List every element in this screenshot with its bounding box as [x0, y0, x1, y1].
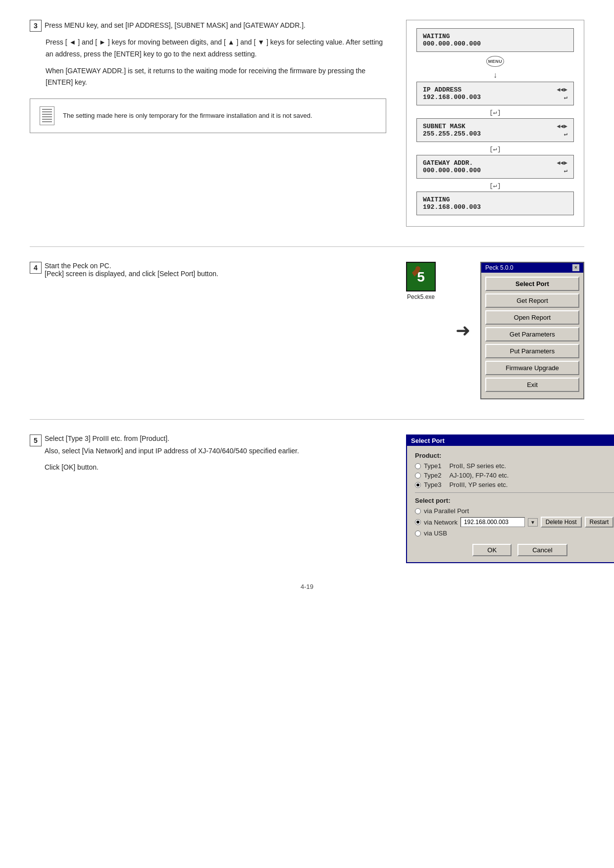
note-icon — [38, 105, 56, 127]
peck-window-body: Select Port Get Report Open Report Get P… — [481, 273, 583, 398]
ip-enter: ↵ — [564, 94, 567, 101]
product-label: Product: — [415, 452, 614, 459]
step3-para2: When [GATEWAY ADDR.] is set, it returns … — [30, 65, 386, 89]
peck-close-button[interactable]: × — [572, 264, 579, 271]
radio-type1-circle[interactable] — [415, 463, 421, 469]
step3-right: WAITING 000.000.000.000 MENU ↓ IP ADDRES… — [406, 20, 584, 227]
menu-button: MENU — [486, 56, 504, 67]
network-ip-input[interactable] — [460, 517, 525, 527]
gateway-arrows: ◄◄► — [557, 160, 567, 167]
gateway-enter: ↵ — [564, 167, 567, 174]
radio-type3-circle[interactable] — [415, 482, 421, 488]
waiting-value: 000.000.000.000 — [423, 40, 567, 48]
note-box: The setting made here is only temporary … — [30, 98, 386, 133]
radio-type2-desc: AJ-100), FP-740 etc. — [449, 472, 509, 479]
port-label: Select port: — [415, 497, 614, 504]
radio-network[interactable]: via Network ▼ Delete Host Restart — [415, 517, 614, 528]
step4-line1: Start the Peck on PC. — [45, 262, 218, 270]
ip-value-row: 192.168.000.003 ↵ — [423, 94, 567, 101]
dialog-title: Select Port — [407, 435, 614, 446]
step4-line2: [Peck] screen is displayed, and click [S… — [45, 270, 218, 278]
dropdown-arrow[interactable]: ▼ — [528, 518, 538, 527]
peck-icon: 5 — [406, 262, 436, 291]
step5-line3: Click [OK] button. — [45, 463, 299, 471]
waiting-block: WAITING 000.000.000.000 — [416, 28, 574, 52]
gateway-value: 000.000.000.000 — [423, 167, 481, 174]
radio-usb-circle[interactable] — [415, 530, 421, 536]
ok-button[interactable]: OK — [472, 544, 512, 556]
subnet-value-row: 255.255.255.003 ↵ — [423, 130, 567, 138]
section-step5: 5 Select [Type 3] ProIII etc. from [Prod… — [30, 434, 584, 563]
cancel-button[interactable]: Cancel — [517, 544, 567, 556]
step5-line1: Select [Type 3] ProIII etc. from [Produc… — [45, 434, 299, 442]
radio-type2[interactable]: Type2 AJ-100), FP-740 etc. — [415, 472, 614, 479]
step3-header: 3 Press MENU key, and set [IP ADDRESS], … — [30, 20, 386, 32]
peck-window: Peck 5.0.0 × Select Port Get Report Open… — [480, 262, 584, 399]
device-diagram: WAITING 000.000.000.000 MENU ↓ IP ADDRES… — [406, 20, 584, 227]
enter-bracket-2: [↵] — [416, 145, 574, 153]
step4-inner: 5 Peck5.exe ➜ Peck 5.0.0 × Select Port — [406, 262, 584, 399]
waiting2-value: 192.168.000.003 — [423, 203, 567, 211]
radio-network-circle[interactable] — [415, 519, 421, 525]
firmware-upgrade-button[interactable]: Firmware Upgrade — [485, 361, 579, 375]
peck-window-title: Peck 5.0.0 × — [481, 263, 583, 273]
subnet-enter: ↵ — [564, 130, 567, 138]
section-step3: 3 Press MENU key, and set [IP ADDRESS], … — [30, 20, 584, 227]
radio-type1[interactable]: Type1 ProII, SP series etc. — [415, 462, 614, 470]
step5-badge: 5 — [30, 434, 42, 446]
radio-type3-label: Type3 — [424, 481, 441, 488]
radio-network-label: via Network — [424, 519, 458, 526]
gateway-label-row: GATEWAY ADDR. ◄◄► — [423, 159, 567, 167]
waiting-label: WAITING — [423, 33, 567, 40]
step4-left: 4 Start the Peck on PC. [Peck] screen is… — [30, 262, 391, 283]
step5-left: 5 Select [Type 3] ProIII etc. from [Prod… — [30, 434, 391, 476]
radio-type2-label: Type2 — [424, 472, 441, 479]
subnet-arrows: ◄◄► — [557, 123, 567, 130]
gateway-block: GATEWAY ADDR. ◄◄► 000.000.000.000 ↵ — [416, 155, 574, 179]
ip-label-row: IP ADDRESS ◄◄► — [423, 86, 567, 94]
restart-button[interactable]: Restart — [585, 517, 614, 528]
waiting2-block: WAITING 192.168.000.003 — [416, 192, 574, 215]
radio-type3[interactable]: Type3 ProIII, YP series etc. — [415, 481, 614, 488]
step5-line2: Also, select [Via Network] and input IP … — [45, 445, 299, 456]
radio-type1-label: Type1 — [424, 462, 441, 470]
exit-button[interactable]: Exit — [485, 378, 579, 392]
put-parameters-button[interactable]: Put Parameters — [485, 344, 579, 358]
enter-bracket-3: [↵] — [416, 182, 574, 190]
divider-1 — [30, 246, 584, 247]
peck-window-title-text: Peck 5.0.0 — [485, 264, 513, 271]
subnet-label: SUBNET MASK — [423, 123, 465, 130]
peck-icon-area: 5 Peck5.exe — [406, 262, 436, 300]
radio-type2-circle[interactable] — [415, 473, 421, 479]
gateway-label: GATEWAY ADDR. — [423, 159, 473, 167]
step4-header: 4 Start the Peck on PC. [Peck] screen is… — [30, 262, 386, 278]
delete-host-button[interactable]: Delete Host — [541, 517, 582, 528]
step5-text: Select [Type 3] ProIII etc. from [Produc… — [45, 434, 299, 471]
select-port-button[interactable]: Select Port — [485, 277, 579, 291]
dialog-body: Product: Type1 ProII, SP series etc. Typ… — [407, 446, 614, 562]
ip-arrows: ◄◄► — [557, 87, 567, 94]
ip-value: 192.168.000.003 — [423, 94, 481, 101]
radio-usb-label: via USB — [424, 530, 447, 537]
note-icon-lines — [40, 106, 54, 125]
divider-2 — [30, 419, 584, 420]
ip-label: IP ADDRESS — [423, 86, 461, 94]
arrow-down-1: ↓ — [416, 71, 574, 80]
subnet-mask-block: SUBNET MASK ◄◄► 255.255.255.003 ↵ — [416, 118, 574, 142]
peck-icon-label: Peck5.exe — [407, 293, 435, 300]
step5-header: 5 Select [Type 3] ProIII etc. from [Prod… — [30, 434, 386, 471]
step4-right: 5 Peck5.exe ➜ Peck 5.0.0 × Select Port — [406, 262, 584, 399]
step3-para1: Press [ ◄ ] and [ ► ] keys for moving be… — [30, 37, 386, 60]
get-report-button[interactable]: Get Report — [485, 293, 579, 308]
dialog-ok-cancel: OK Cancel — [415, 544, 614, 556]
get-parameters-button[interactable]: Get Parameters — [485, 327, 579, 341]
radio-usb[interactable]: via USB — [415, 530, 614, 537]
enter-bracket-1: [↵] — [416, 108, 574, 116]
radio-parallel-circle[interactable] — [415, 508, 421, 514]
step5-right: Select Port Product: Type1 ProII, SP ser… — [406, 434, 584, 563]
page-number: 4-19 — [30, 583, 584, 590]
select-port-dialog: Select Port Product: Type1 ProII, SP ser… — [406, 434, 614, 563]
radio-parallel[interactable]: via Parallel Port — [415, 507, 614, 515]
step3-title: Press MENU key, and set [IP ADDRESS], [S… — [45, 20, 386, 31]
open-report-button[interactable]: Open Report — [485, 310, 579, 325]
